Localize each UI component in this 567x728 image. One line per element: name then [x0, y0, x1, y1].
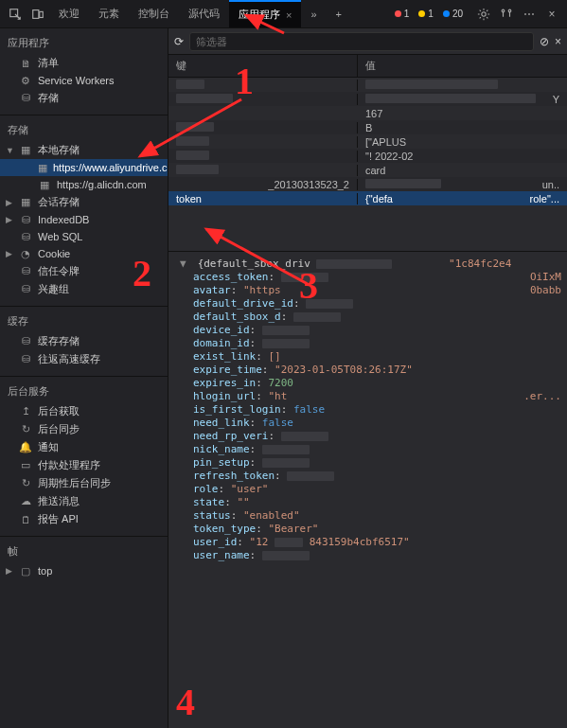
- table-row[interactable]: ["APLUS: [168, 134, 567, 149]
- sync-icon: ↻: [19, 477, 32, 490]
- devtools-topbar: 欢迎 元素 控制台 源代码 应用程序 × » + 1 1 20 ⋯ ×: [0, 0, 567, 28]
- grid-icon: ▦: [38, 161, 47, 174]
- tab-elements[interactable]: 元素: [89, 0, 129, 27]
- up-icon: ↥: [19, 405, 32, 418]
- table-row[interactable]: _20130313523_2un..: [168, 177, 567, 191]
- gear-icon: ⚙: [19, 74, 32, 87]
- card-icon: ▭: [19, 459, 32, 472]
- settings-icon[interactable]: [472, 3, 495, 26]
- tab-sources[interactable]: 源代码: [179, 0, 229, 27]
- sidebar-item-ls-origin-1[interactable]: ▦https://www.aliyundrive.c: [0, 159, 168, 176]
- caret-right-icon: ▶: [6, 566, 12, 576]
- tabs-overflow[interactable]: »: [301, 0, 326, 27]
- db-icon: ⛁: [19, 265, 32, 278]
- section-storage: 存储: [0, 119, 168, 141]
- dot-yellow-icon: [418, 10, 425, 17]
- tab-application[interactable]: 应用程序 ×: [229, 0, 301, 27]
- table-row[interactable]: B: [168, 120, 567, 134]
- svg-point-3: [482, 11, 486, 15]
- grid-icon: ▦: [19, 144, 32, 157]
- sidebar-item-bg-fetch[interactable]: ↥后台获取: [0, 402, 168, 420]
- grid-icon: ▦: [19, 196, 32, 209]
- bell-icon: 🔔: [19, 441, 32, 454]
- sync-icon: ↻: [19, 423, 32, 436]
- sidebar-item-websql[interactable]: ⛁Web SQL: [0, 228, 168, 245]
- sidebar-item-payment-handler[interactable]: ▭付款处理程序: [0, 456, 168, 474]
- app-sidebar: 应用程序 🗎清单 ⚙Service Workers ⛁存储 存储 ▼▦本地存储 …: [0, 28, 168, 728]
- sidebar-item-notifications[interactable]: 🔔通知: [0, 438, 168, 456]
- content-pane: ⟳ ⊘ × 键 值 Y167B["APLUS"! 2022-02card_201…: [168, 28, 567, 728]
- sidebar-item-service-workers[interactable]: ⚙Service Workers: [0, 72, 168, 89]
- table-row[interactable]: [168, 78, 567, 92]
- inspect-icon[interactable]: [4, 3, 27, 26]
- device-icon[interactable]: [27, 3, 49, 26]
- doc-icon: 🗎: [19, 57, 32, 70]
- table-row[interactable]: token{"defarole"...: [168, 191, 567, 205]
- sidebar-item-bfcache[interactable]: ⛁往返高速缓存: [0, 350, 168, 368]
- col-value-header[interactable]: 值: [358, 55, 567, 77]
- clear-icon[interactable]: ⊘: [540, 35, 549, 48]
- filter-bar: ⟳ ⊘ ×: [168, 28, 567, 55]
- close-devtools-icon[interactable]: ×: [540, 3, 563, 26]
- table-row[interactable]: card: [168, 163, 567, 177]
- db-icon: ⛁: [19, 335, 32, 348]
- toggle-icon[interactable]: ▼: [180, 257, 191, 271]
- warnings-badge[interactable]: 1: [415, 8, 437, 20]
- db-icon: ⛁: [19, 92, 32, 105]
- table-row[interactable]: Y: [168, 92, 567, 106]
- sidebar-item-interest-groups[interactable]: ⛁兴趣组: [0, 280, 168, 298]
- cookie-icon: ◔: [19, 247, 32, 260]
- table-row[interactable]: "! 2022-02: [168, 149, 567, 163]
- report-icon: 🗒: [19, 513, 32, 526]
- grid-icon: ▦: [38, 178, 51, 191]
- sidebar-item-trust-tokens[interactable]: ⛁信任令牌: [0, 262, 168, 280]
- svg-rect-1: [33, 9, 39, 18]
- storage-table: 键 值 Y167B["APLUS"! 2022-02card_201303135…: [168, 55, 567, 252]
- dot-blue-icon: [443, 10, 450, 17]
- sidebar-item-ls-origin-2[interactable]: ▦https://g.alicdn.com: [0, 176, 168, 193]
- info-badge[interactable]: 20: [439, 8, 467, 20]
- sidebar-item-reporting-api[interactable]: 🗒报告 API: [0, 510, 168, 528]
- sidebar-item-local-storage[interactable]: ▼▦本地存储: [0, 141, 168, 159]
- filter-input[interactable]: [189, 32, 534, 51]
- sidebar-item-storage[interactable]: ⛁存储: [0, 89, 168, 107]
- section-bg-services: 后台服务: [0, 381, 168, 402]
- tab-add[interactable]: +: [327, 0, 351, 27]
- window-icon: ▢: [19, 564, 32, 577]
- db-icon: ⛁: [19, 230, 32, 243]
- caret-right-icon: ▶: [6, 198, 12, 207]
- section-frames: 帧: [0, 541, 168, 562]
- tab-application-label: 应用程序: [239, 8, 280, 22]
- sidebar-item-bg-sync[interactable]: ↻后台同步: [0, 420, 168, 438]
- sidebar-item-top-frame[interactable]: ▶▢top: [0, 562, 168, 579]
- more-icon[interactable]: ⋯: [518, 3, 540, 26]
- sidebar-item-periodic-sync[interactable]: ↻周期性后台同步: [0, 474, 168, 492]
- db-icon: ⛁: [19, 283, 32, 296]
- status-badges[interactable]: 1 1 20: [391, 8, 467, 20]
- sidebar-item-push[interactable]: ☁推送消息: [0, 492, 168, 510]
- cloud-icon: ☁: [19, 495, 32, 508]
- sidebar-item-manifest[interactable]: 🗎清单: [0, 54, 168, 72]
- svg-rect-2: [40, 11, 44, 17]
- devtools-tabs: 欢迎 元素 控制台 源代码 应用程序 × » +: [49, 0, 351, 27]
- dot-red-icon: [395, 10, 401, 17]
- db-icon: ⛁: [19, 213, 32, 226]
- col-key-header[interactable]: 键: [168, 55, 358, 77]
- sidebar-item-indexeddb[interactable]: ▶⛁IndexedDB: [0, 211, 168, 228]
- close-icon[interactable]: ×: [286, 9, 292, 21]
- tab-console[interactable]: 控制台: [129, 0, 179, 27]
- value-detail[interactable]: ▼ {default_sbox_driv "1c84fc2e4 access_t…: [168, 252, 567, 728]
- refresh-icon[interactable]: ⟳: [174, 35, 184, 48]
- tab-welcome[interactable]: 欢迎: [49, 0, 89, 27]
- delete-icon[interactable]: ×: [555, 35, 561, 48]
- caret-down-icon: ▼: [6, 146, 14, 155]
- table-row[interactable]: 167: [168, 106, 567, 120]
- caret-right-icon: ▶: [6, 215, 12, 224]
- db-icon: ⛁: [19, 353, 32, 366]
- errors-badge[interactable]: 1: [391, 8, 414, 20]
- sidebar-item-cache-storage[interactable]: ⛁缓存存储: [0, 332, 168, 350]
- dock-icon[interactable]: [495, 3, 518, 26]
- sidebar-item-session-storage[interactable]: ▶▦会话存储: [0, 193, 168, 211]
- sidebar-item-cookies[interactable]: ▶◔Cookie: [0, 245, 168, 262]
- section-cache: 缓存: [0, 311, 168, 332]
